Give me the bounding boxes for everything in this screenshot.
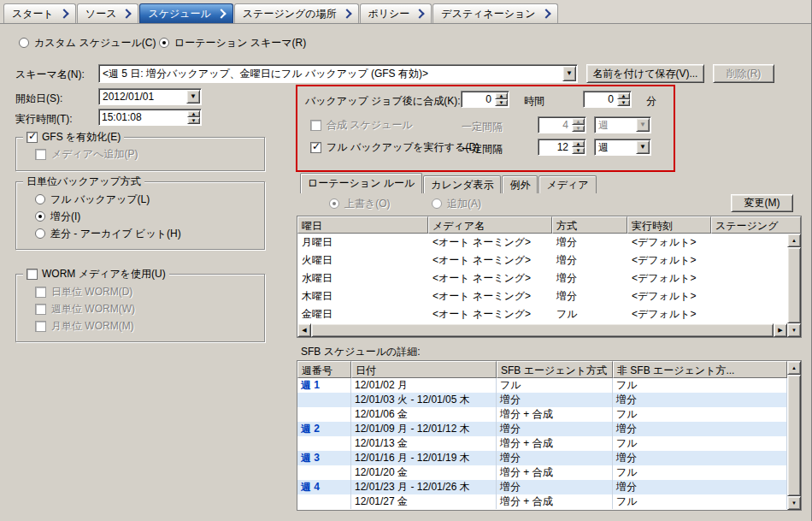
media-append-checkbox[interactable]	[35, 149, 46, 160]
spin-up-icon[interactable]	[572, 140, 585, 147]
column-header[interactable]: SFB エージェント方式	[497, 361, 613, 378]
radio-differential[interactable]	[35, 228, 45, 239]
scrollbar-thumb[interactable]	[787, 375, 801, 496]
exec-time-spinner[interactable]: 15:01:08	[98, 109, 202, 126]
spin-down-icon[interactable]	[495, 99, 508, 106]
spin-down-icon[interactable]	[572, 147, 585, 154]
full-backup-option[interactable]: フル バックアップを実行する(D)	[310, 141, 480, 153]
daily-method-full-option[interactable]: フル バックアップ(L)	[35, 193, 150, 205]
sfb-table-header: 週番号 日付 SFB エージェント方式 非 SFB エージェント方...	[297, 361, 787, 378]
scrollbar-thumb[interactable]	[787, 247, 801, 323]
radio-custom-schedule[interactable]	[19, 38, 29, 48]
column-header[interactable]: メディア名	[428, 216, 552, 234]
mode-custom-option[interactable]: カスタム スケジュール(C)	[19, 37, 156, 49]
mode-rotation-option[interactable]: ローテーション スキーマ(R)	[159, 37, 306, 49]
minutes-value: 0	[584, 92, 616, 107]
radio-full-backup[interactable]	[35, 194, 45, 204]
table-row[interactable]: 週 112/01/02 月フルフル	[297, 378, 787, 393]
table-row[interactable]: 金曜日<オート ネーミング>フル<デフォルト>	[297, 305, 787, 323]
scroll-left-icon[interactable]: ◀	[297, 323, 311, 337]
table-row[interactable]: 月曜日<オート ネーミング>増分<デフォルト>	[297, 234, 787, 252]
change-label: 変更(M)	[744, 196, 780, 210]
tab-media[interactable]: メディア	[538, 175, 596, 193]
nav-tab-label: ステージングの場所	[243, 7, 337, 21]
spin-up-icon[interactable]	[617, 92, 630, 99]
table-row[interactable]: 12/01/27 金増分 + 合成フル	[297, 494, 787, 509]
worm-use-checkbox[interactable]	[26, 269, 38, 280]
table-row[interactable]: 木曜日<オート ネーミング>増分<デフォルト>	[297, 287, 787, 305]
nav-tab-policy[interactable]: ポリシー	[360, 3, 432, 23]
vertical-scrollbar[interactable]	[787, 234, 801, 337]
scroll-right-icon[interactable]: ▶	[774, 323, 787, 337]
table-row[interactable]: 週 312/01/16 月 - 12/01/19 木増分増分	[297, 451, 787, 465]
worm-monthly-label: 月単位 WORM(M)	[51, 319, 134, 334]
nav-tab-start[interactable]: スタート	[3, 3, 76, 23]
worm-weekly-checkbox	[35, 304, 46, 315]
daily-method-incremental-option[interactable]: 増分(I)	[35, 210, 80, 222]
dropdown-arrow-icon[interactable]	[636, 140, 650, 154]
daily-method-differential-option[interactable]: 差分 - アーカイブ ビット(H)	[35, 228, 181, 240]
minutes-spinner[interactable]: 0	[583, 91, 632, 108]
tab-label: 例外	[509, 178, 530, 192]
tab-exceptions[interactable]: 例外	[502, 175, 538, 193]
column-header[interactable]: ステージング	[711, 216, 801, 234]
media-append-option[interactable]: メディアへ追加(P)	[35, 148, 138, 160]
tab-rotation-rules[interactable]: ローテーション ルール	[300, 173, 422, 193]
column-header[interactable]: 週番号	[297, 361, 351, 378]
gfs-enable-option[interactable]: GFS を有効化(E)	[23, 130, 124, 145]
delete-button[interactable]: 削除(R)	[713, 64, 774, 83]
column-header[interactable]: 非 SFB エージェント方...	[613, 361, 787, 378]
vertical-scrollbar[interactable]	[787, 361, 801, 510]
table-row[interactable]: 12/01/06 金増分 + 合成フル	[297, 407, 787, 422]
table-row[interactable]: 火曜日<オート ネーミング>増分<デフォルト>	[297, 252, 787, 269]
table-row[interactable]: 週 412/01/23 月 - 12/01/26 木増分増分	[297, 480, 787, 494]
horizontal-scrollbar[interactable]: ◀ ▶	[297, 323, 787, 337]
column-header[interactable]: 曜日	[297, 216, 428, 234]
scroll-down-icon[interactable]	[787, 496, 801, 510]
overwrite-label: 上書き(O)	[344, 197, 391, 211]
table-row[interactable]: 週 212/01/09 月 - 12/01/12 木増分増分	[297, 422, 787, 436]
gfs-enable-label: GFS を有効化(E)	[42, 130, 121, 145]
table-row[interactable]: 水曜日<オート ネーミング>増分<デフォルト>	[297, 269, 787, 287]
delete-label: 削除(R)	[727, 67, 762, 81]
chevron-right-icon	[122, 9, 132, 18]
scroll-up-icon[interactable]	[787, 361, 801, 375]
spin-up-icon[interactable]	[495, 92, 508, 99]
synthetic-schedule-label: 合成 スケジュール	[327, 118, 413, 133]
hours-spinner[interactable]: 0	[461, 91, 509, 108]
start-date-combobox[interactable]: 2012/01/01	[98, 88, 202, 105]
table-row[interactable]: 12/01/13 金増分 + 合成フル	[297, 436, 787, 451]
dropdown-arrow-icon[interactable]	[562, 66, 576, 81]
radio-incremental[interactable]	[35, 211, 45, 222]
spin-down-icon[interactable]	[187, 117, 200, 124]
scroll-up-icon[interactable]	[787, 234, 801, 247]
column-header[interactable]: 日付	[351, 361, 497, 378]
spin-up-icon[interactable]	[187, 110, 200, 117]
overwrite-option: 上書き(O)	[329, 198, 391, 210]
column-header[interactable]: 実行時刻	[627, 216, 711, 234]
radio-append	[432, 198, 442, 209]
tab-calendar-view[interactable]: カレンダ表示	[423, 175, 501, 193]
table-row[interactable]: 12/01/03 火 - 12/01/05 木増分増分	[297, 393, 787, 407]
column-header[interactable]: 方式	[552, 216, 627, 234]
scheme-name-combobox[interactable]: <週 5 日: 増分バックアップ、金曜日にフル バックアップ (GFS 有効)>	[98, 64, 578, 83]
dropdown-arrow-icon[interactable]	[186, 90, 200, 104]
gfs-enable-checkbox[interactable]	[26, 132, 38, 143]
table-row[interactable]: 12/01/20 金増分 + 合成フル	[297, 465, 787, 480]
scrollbar-thumb[interactable]	[311, 323, 774, 337]
synthetic-schedule-option[interactable]: 合成 スケジュール	[310, 119, 413, 131]
full-interval-spinner[interactable]: 12	[538, 139, 586, 156]
nav-tab-schedule[interactable]: スケジュール	[139, 3, 232, 23]
full-interval-unit-combobox[interactable]: 週	[594, 139, 651, 156]
nav-tab-staging-location[interactable]: ステージングの場所	[234, 3, 359, 23]
full-backup-checkbox[interactable]	[310, 142, 321, 153]
change-button[interactable]: 変更(M)	[731, 194, 793, 212]
nav-tab-destination[interactable]: デスティネーション	[432, 3, 557, 23]
worm-use-option[interactable]: WORM メディアを使用(U)	[23, 267, 169, 281]
spin-down-icon[interactable]	[617, 99, 630, 106]
scroll-down-icon[interactable]	[787, 323, 801, 337]
synthetic-schedule-checkbox[interactable]	[310, 120, 321, 131]
nav-tab-source[interactable]: ソース	[77, 3, 139, 23]
save-as-button[interactable]: 名前を付けて保存(V)...	[586, 64, 704, 83]
radio-rotation-scheme[interactable]	[159, 38, 169, 48]
